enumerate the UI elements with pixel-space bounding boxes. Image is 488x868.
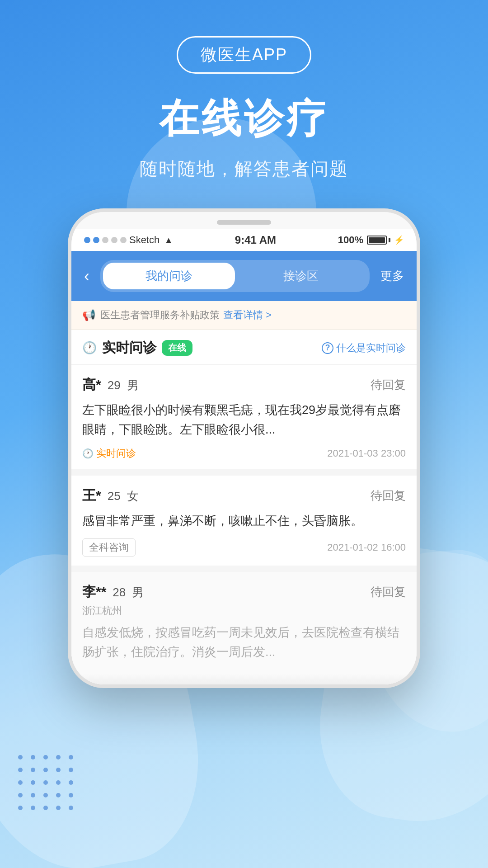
realtime-section: 🕐 实时问诊 在线 ? 什么是实时问诊 高* 29 男 待回复 bbox=[71, 330, 417, 684]
help-circle-icon: ? bbox=[322, 342, 333, 354]
sub-title: 随时随地，解答患者问题 bbox=[140, 156, 348, 181]
signal-dot-2 bbox=[93, 237, 99, 243]
patient-name-3: 李** bbox=[82, 583, 106, 601]
status-bar: Sketch ▲ 9:41 AM 100% ⚡ bbox=[71, 229, 417, 251]
tab-reception[interactable]: 接诊区 bbox=[235, 263, 367, 289]
phone-speaker bbox=[217, 220, 271, 225]
patient-status-3: 待回复 bbox=[371, 584, 406, 600]
patient-gender-3: 男 bbox=[132, 585, 144, 600]
patient-footer-2: 全科咨询 2021-01-02 16:00 bbox=[82, 538, 406, 557]
tag-clock-icon: 🕐 bbox=[82, 448, 94, 459]
patient-card-2[interactable]: 王* 25 女 待回复 感冒非常严重，鼻涕不断，咳嗽止不住，头昏脑胀。 全科咨询… bbox=[71, 476, 417, 571]
status-right: 100% ⚡ bbox=[338, 234, 404, 246]
phone-container: Sketch ▲ 9:41 AM 100% ⚡ ‹ 我的问诊 接诊区 bbox=[0, 208, 488, 688]
online-badge: 在线 bbox=[162, 340, 192, 356]
phone-mockup: Sketch ▲ 9:41 AM 100% ⚡ ‹ 我的问诊 接诊区 bbox=[68, 208, 420, 688]
battery-tip bbox=[389, 238, 390, 242]
battery-fill bbox=[369, 237, 385, 243]
realtime-help-button[interactable]: ? 什么是实时问诊 bbox=[322, 341, 406, 355]
notice-icon: 📢 bbox=[82, 309, 96, 321]
signal-dot-1 bbox=[84, 237, 90, 243]
main-title: 在线诊疗 bbox=[159, 92, 329, 146]
patient-info-1: 高* 29 男 bbox=[82, 376, 139, 394]
phone-bottom-fade bbox=[71, 657, 417, 684]
nav-bar: ‹ 我的问诊 接诊区 更多 bbox=[71, 251, 417, 301]
lightning-icon: ⚡ bbox=[394, 235, 404, 245]
patient-info-3: 李** 28 男 bbox=[82, 583, 144, 601]
signal-dot-5 bbox=[120, 237, 127, 243]
realtime-label: 实时问诊 bbox=[102, 339, 156, 357]
signal-dot-4 bbox=[111, 237, 117, 243]
realtime-help-text: 什么是实时问诊 bbox=[336, 341, 406, 355]
notice-link[interactable]: 查看详情 > bbox=[223, 308, 272, 322]
nav-tabs: 我的问诊 接诊区 bbox=[100, 260, 370, 292]
battery-body bbox=[367, 236, 387, 245]
patient-content-3: 自感发低烧，按感冒吃药一周未见效后，去医院检查有横结肠扩张，住院治疗。消炎一周后… bbox=[82, 623, 406, 662]
status-time: 9:41 AM bbox=[235, 234, 276, 246]
app-badge: 微医生APP bbox=[177, 36, 311, 74]
tag-label-2: 全科咨询 bbox=[82, 538, 136, 557]
realtime-title: 🕐 实时问诊 在线 bbox=[82, 339, 192, 357]
back-button[interactable]: ‹ bbox=[84, 267, 89, 286]
nav-more-button[interactable]: 更多 bbox=[380, 268, 404, 284]
notice-bar: 📢 医生患者管理服务补贴政策 查看详情 > bbox=[71, 301, 417, 330]
carrier-label: Sketch bbox=[129, 234, 160, 246]
wifi-icon: ▲ bbox=[164, 235, 173, 245]
battery-bar bbox=[367, 236, 390, 245]
patient-name-1: 高* bbox=[82, 376, 101, 394]
realtime-header: 🕐 实时问诊 在线 ? 什么是实时问诊 bbox=[71, 330, 417, 365]
realtime-clock-icon: 🕐 bbox=[82, 341, 97, 355]
tag-label-1: 实时问诊 bbox=[96, 447, 136, 460]
patient-age-1: 29 bbox=[108, 378, 121, 392]
patient-info-2: 王* 25 女 bbox=[82, 486, 139, 505]
tab-my-consult[interactable]: 我的问诊 bbox=[103, 263, 235, 289]
consult-time-2: 2021-01-02 16:00 bbox=[327, 542, 406, 553]
patient-content-1: 左下眼睑很小的时候有颗黑毛痣，现在我29岁最觉得有点磨眼睛，下眼睑跳。左下眼睑很… bbox=[82, 401, 406, 439]
signal-dot-3 bbox=[102, 237, 108, 243]
patient-header-2: 王* 25 女 待回复 bbox=[82, 486, 406, 505]
patient-header-1: 高* 29 男 待回复 bbox=[82, 376, 406, 394]
status-left: Sketch ▲ bbox=[84, 234, 173, 246]
notice-text: 医生患者管理服务补贴政策 bbox=[100, 308, 220, 322]
top-section: 微医生APP 在线诊疗 随时随地，解答患者问题 bbox=[0, 0, 488, 208]
patient-age-3: 28 bbox=[113, 585, 126, 599]
patient-status-1: 待回复 bbox=[371, 377, 406, 393]
consult-tag-1: 🕐 实时问诊 bbox=[82, 447, 136, 460]
patient-location-3: 浙江杭州 bbox=[82, 604, 406, 618]
patient-card-1[interactable]: 高* 29 男 待回复 左下眼睑很小的时候有颗黑毛痣，现在我29岁最觉得有点磨眼… bbox=[71, 365, 417, 476]
patient-status-2: 待回复 bbox=[371, 488, 406, 504]
patient-age-2: 25 bbox=[108, 489, 121, 503]
phone-top-bar bbox=[71, 212, 417, 229]
patient-gender-1: 男 bbox=[127, 377, 139, 393]
patient-content-2: 感冒非常严重，鼻涕不断，咳嗽止不住，头昏脑胀。 bbox=[82, 511, 406, 531]
battery-percent: 100% bbox=[338, 234, 363, 246]
patient-gender-2: 女 bbox=[127, 488, 139, 504]
patient-footer-1: 🕐 实时问诊 2021-01-03 23:00 bbox=[82, 447, 406, 460]
patient-header-3: 李** 28 男 待回复 bbox=[82, 583, 406, 601]
patient-name-2: 王* bbox=[82, 486, 101, 505]
dots-decoration bbox=[18, 755, 77, 814]
consult-time-1: 2021-01-03 23:00 bbox=[327, 448, 406, 459]
